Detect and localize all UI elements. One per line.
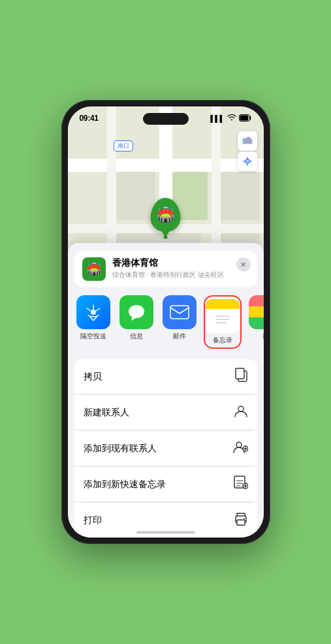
- status-icons: ▌▌▌: [210, 114, 251, 123]
- svg-rect-3: [247, 137, 250, 144]
- svg-rect-2: [243, 138, 247, 144]
- messages-icon: [119, 295, 153, 329]
- share-item-mail[interactable]: 邮件: [161, 295, 198, 349]
- add-notes-icon: [234, 475, 248, 493]
- home-indicator: [136, 531, 195, 534]
- phone-frame: 09:41 ▌▌▌: [61, 100, 270, 544]
- location-subtitle: 综合体育馆 · 香港特别行政区 油尖旺区: [112, 270, 249, 280]
- copy-icon: [235, 368, 248, 385]
- action-add-contact[interactable]: 添加到现有联系人: [74, 431, 257, 466]
- airdrop-label: 隔空投送: [80, 332, 106, 341]
- airdrop-icon: [76, 295, 110, 329]
- map-type-button[interactable]: [238, 131, 257, 151]
- svg-point-29: [244, 518, 245, 519]
- battery-icon: [239, 114, 252, 123]
- share-item-messages[interactable]: 信息: [118, 295, 155, 349]
- svg-rect-8: [170, 306, 189, 319]
- close-button[interactable]: ✕: [236, 257, 251, 272]
- svg-rect-14: [236, 368, 244, 379]
- notes-icon: [206, 299, 240, 333]
- more-label: 推: [262, 332, 264, 341]
- location-info: 香港体育馆 综合体育馆 · 香港特别行政区 油尖旺区: [112, 257, 249, 280]
- action-new-contact[interactable]: 新建联系人: [74, 395, 257, 430]
- signal-icon: ▌▌▌: [210, 115, 224, 122]
- action-add-contact-label: 添加到现有联系人: [84, 443, 157, 455]
- map-entrance-label: 南口: [114, 140, 133, 152]
- location-button[interactable]: [238, 152, 257, 171]
- share-item-notes[interactable]: 备忘录: [204, 295, 242, 349]
- share-item-airdrop[interactable]: 隔空投送: [74, 295, 112, 349]
- print-icon: [234, 511, 248, 529]
- svg-rect-4: [250, 139, 252, 144]
- share-item-more[interactable]: 推: [247, 295, 264, 349]
- location-name: 香港体育馆: [112, 257, 249, 269]
- wifi-icon: [227, 114, 236, 122]
- svg-point-15: [238, 406, 244, 411]
- messages-label: 信息: [130, 332, 143, 341]
- action-copy[interactable]: 拷贝: [74, 359, 257, 394]
- action-copy-label: 拷贝: [84, 371, 102, 383]
- bottom-sheet: 🏟️ 香港体育馆 综合体育馆 · 香港特别行政区 油尖旺区 ✕: [68, 243, 264, 538]
- action-new-contact-label: 新建联系人: [84, 407, 129, 419]
- svg-point-7: [91, 310, 96, 315]
- actions-list: 拷贝 新建联系人: [74, 359, 257, 538]
- map-controls: [238, 131, 257, 171]
- status-time: 09:41: [80, 114, 99, 123]
- svg-rect-28: [237, 520, 245, 525]
- action-add-notes[interactable]: 添加到新快速备忘录: [74, 467, 257, 502]
- notes-label: 备忘录: [213, 336, 232, 345]
- mail-icon: [163, 295, 197, 329]
- location-card: 🏟️ 香港体育馆 综合体育馆 · 香港特别行政区 油尖旺区 ✕: [74, 251, 257, 287]
- action-print-label: 打印: [84, 515, 102, 526]
- svg-point-6: [247, 161, 248, 162]
- stadium-icon: 🏟️: [157, 206, 174, 223]
- svg-rect-1: [240, 115, 248, 120]
- phone-screen: 09:41 ▌▌▌: [68, 106, 264, 538]
- marker-pin: 🏟️: [151, 198, 181, 232]
- action-add-notes-label: 添加到新快速备忘录: [84, 479, 166, 491]
- new-contact-icon: [234, 404, 248, 421]
- share-row: 隔空投送 信息: [68, 287, 264, 354]
- add-contact-icon: [232, 440, 248, 457]
- location-card-icon: 🏟️: [82, 257, 106, 281]
- more-icon: [249, 295, 264, 329]
- dynamic-island: [143, 113, 189, 125]
- svg-point-16: [236, 442, 242, 447]
- mail-label: 邮件: [173, 332, 186, 341]
